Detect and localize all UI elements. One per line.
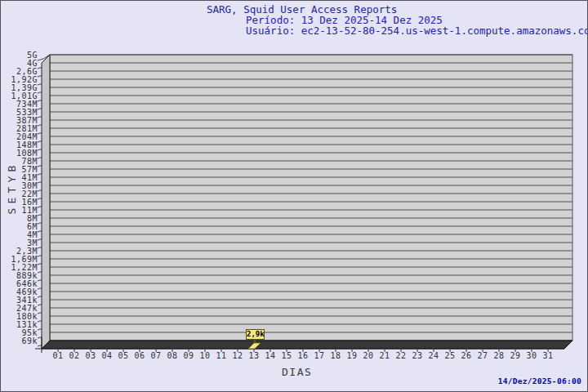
- x-tick-label: 15: [281, 351, 292, 360]
- x-tick-label: 02: [69, 351, 79, 360]
- x-tick-label: 27: [477, 351, 488, 360]
- x-tick-label: 09: [183, 351, 194, 360]
- x-tick-label: 06: [134, 351, 145, 360]
- x-tick-label: 11: [216, 351, 226, 360]
- x-tick-label: 14: [265, 351, 275, 360]
- x-axis-title: DIAS: [282, 366, 312, 378]
- x-tick-label: 10: [199, 351, 210, 360]
- plot-side-face: [42, 55, 50, 349]
- sarg-report-image: SARG, Squid User Access Reports Período:…: [0, 0, 588, 392]
- x-tick-label: 24: [428, 351, 439, 360]
- x-tick-label: 31: [542, 351, 553, 360]
- x-tick-label: 28: [493, 351, 504, 360]
- plot-bottom-face: [42, 341, 572, 349]
- x-tick-label: 12: [232, 351, 243, 360]
- x-tick-label: 13: [248, 351, 259, 360]
- bar-value-callout: 2,9k: [246, 329, 265, 340]
- x-tick-label: 08: [167, 351, 177, 360]
- x-tick-label: 05: [118, 351, 128, 360]
- x-tick-label: 03: [85, 351, 96, 360]
- x-tick-label: 25: [444, 351, 455, 360]
- y-axis-title: BYTES: [5, 163, 18, 216]
- render-timestamp: 14/Dez/2025-06:00: [498, 376, 581, 385]
- y-tick-label: 69k: [21, 336, 38, 345]
- plot-back-wall: [50, 55, 572, 341]
- x-tick-label: 04: [101, 351, 112, 360]
- x-tick-label: 21: [379, 351, 390, 360]
- x-tick-label: 26: [461, 351, 471, 360]
- x-tick-label: 23: [412, 351, 422, 360]
- x-tick-label: 16: [297, 351, 308, 360]
- x-tick-label: 07: [150, 351, 161, 360]
- x-tick-label: 30: [526, 351, 537, 360]
- x-tick-label: 01: [52, 351, 63, 360]
- x-tick-label: 20: [363, 351, 373, 360]
- y-axis-title-letter: S: [7, 205, 17, 218]
- x-tick-label: 22: [395, 351, 406, 360]
- chart-plot-area: 5G4G2,6G1,92G1,39G1,01G734M533M387M281M2…: [1, 1, 588, 392]
- x-tick-label: 19: [346, 351, 357, 360]
- x-tick-label: 29: [510, 351, 520, 360]
- x-tick-label: 18: [330, 351, 341, 360]
- x-tick-label: 17: [314, 351, 324, 360]
